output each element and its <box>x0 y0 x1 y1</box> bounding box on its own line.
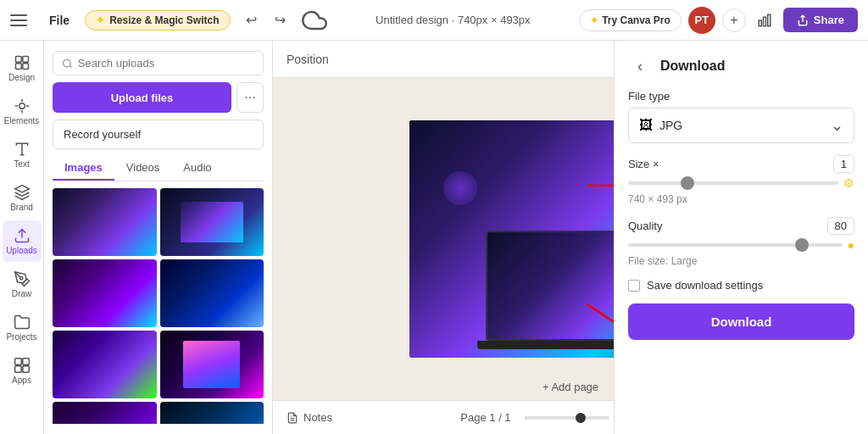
tab-audio[interactable]: Audio <box>171 156 223 181</box>
images-grid <box>53 188 264 424</box>
tab-images[interactable]: Images <box>53 156 114 181</box>
search-input[interactable] <box>78 57 254 70</box>
sidebar-item-design[interactable]: Design <box>3 47 42 89</box>
page-label: Page 1 / 1 <box>460 411 510 424</box>
upload-btn-row: Upload files ··· <box>53 82 264 113</box>
topbar-right: ✦ Try Canva Pro PT + Share <box>579 7 858 34</box>
svg-rect-4 <box>15 57 21 63</box>
analytics-button[interactable] <box>753 8 776 32</box>
apps-icon <box>14 357 31 374</box>
list-item[interactable] <box>160 259 264 327</box>
quality-section: Quality 80 ● File size: Large <box>628 217 854 267</box>
svg-rect-0 <box>759 20 761 26</box>
position-label: Position <box>287 53 329 66</box>
svg-rect-2 <box>768 14 771 26</box>
sidebar-item-text[interactable]: Text <box>3 134 42 175</box>
chevron-down-icon: ⌄ <box>831 116 843 135</box>
zoom-fill <box>525 416 580 420</box>
main-layout: Design Elements Text Brand Uploads Draw … <box>0 41 868 434</box>
list-item[interactable] <box>53 188 157 256</box>
size-value: 1 <box>833 155 854 173</box>
design-icon <box>14 54 31 71</box>
plus-button[interactable]: + <box>722 8 746 32</box>
list-item[interactable] <box>160 331 264 398</box>
try-canva-pro-button[interactable]: ✦ Try Canva Pro <box>579 9 682 31</box>
uploads-icon <box>14 227 31 244</box>
list-item[interactable] <box>160 188 264 256</box>
file-menu[interactable]: File <box>42 10 76 31</box>
size-track <box>628 181 838 185</box>
list-item[interactable] <box>53 259 157 327</box>
undo-button[interactable]: ↩ <box>239 8 264 33</box>
size-info-icon: ⚙ <box>843 176 854 190</box>
cloud-icon <box>302 8 327 33</box>
list-item[interactable] <box>53 331 157 398</box>
back-button[interactable]: ‹ <box>628 54 652 78</box>
star-icon: ✦ <box>96 14 104 26</box>
svg-rect-12 <box>22 359 29 365</box>
svg-rect-5 <box>22 57 28 63</box>
avatar[interactable]: PT <box>688 7 715 34</box>
share-icon <box>797 14 809 26</box>
save-settings-checkbox[interactable] <box>628 280 640 292</box>
size-thumb <box>681 176 694 190</box>
svg-rect-7 <box>22 64 28 70</box>
save-settings-label: Save download settings <box>647 279 763 292</box>
tab-videos[interactable]: Videos <box>114 156 172 181</box>
text-icon <box>14 141 31 158</box>
svg-rect-1 <box>763 17 765 26</box>
svg-rect-6 <box>15 64 21 70</box>
svg-rect-11 <box>14 359 21 365</box>
svg-point-8 <box>19 103 25 109</box>
file-type-value: JPG <box>659 119 824 132</box>
quality-value: 80 <box>827 217 854 235</box>
bar-chart-icon <box>757 13 772 28</box>
sidebar-item-uploads[interactable]: Uploads <box>3 220 42 262</box>
sidebar-item-projects[interactable]: Projects <box>3 307 42 348</box>
quality-info-icon: ● <box>848 238 854 252</box>
file-type-label: File type <box>628 90 854 103</box>
uploads-panel: Upload files ··· Record yourself Images … <box>44 41 273 434</box>
menu-button[interactable] <box>10 8 34 32</box>
notes-button[interactable]: Notes <box>287 411 332 424</box>
sidebar-item-elements[interactable]: Elements <box>3 91 42 132</box>
draw-icon <box>14 270 31 287</box>
add-page-button[interactable]: + Add page <box>542 381 598 393</box>
redo-button[interactable]: ↪ <box>268 8 293 33</box>
list-item[interactable] <box>53 402 157 424</box>
record-yourself-button[interactable]: Record yourself <box>53 120 264 149</box>
star-icon: ✦ <box>590 14 598 26</box>
quality-label: Quality <box>628 220 662 232</box>
upload-files-button[interactable]: Upload files <box>53 82 231 113</box>
search-icon <box>62 58 73 70</box>
topbar: File ✦ Resize & Magic Switch ↩ ↪ Untitle… <box>0 0 868 41</box>
sidebar-item-draw[interactable]: Draw <box>3 264 42 305</box>
filesize-label: File size: Large <box>628 255 697 267</box>
resize-magic-switch-button[interactable]: ✦ Resize & Magic Switch <box>85 10 230 31</box>
cloud-save-button[interactable] <box>302 8 327 33</box>
brand-icon <box>14 184 31 201</box>
list-item[interactable] <box>160 402 264 424</box>
svg-line-16 <box>70 65 71 67</box>
jpg-icon: 🖼 <box>639 118 653 133</box>
icon-nav: Design Elements Text Brand Uploads Draw … <box>0 41 44 434</box>
search-bar[interactable] <box>53 51 264 75</box>
sidebar-item-apps[interactable]: Apps <box>3 350 42 392</box>
download-panel: ‹ Download File type 🖼 JPG ⌄ Size × 1 <box>614 41 868 434</box>
filesize-row: File size: Large <box>628 255 854 267</box>
px-info: 740 × 493 px <box>628 193 854 205</box>
design-title: Untitled design · 740px × 493px <box>336 14 571 26</box>
undo-redo-group: ↩ ↪ <box>239 8 293 33</box>
svg-point-10 <box>19 277 22 280</box>
canvas-area: Position + Add <box>273 41 868 434</box>
upload-more-button[interactable]: ··· <box>236 82 264 113</box>
quality-track <box>628 243 843 247</box>
zoom-track <box>525 416 609 420</box>
file-type-dropdown[interactable]: 🖼 JPG ⌄ <box>628 108 854 143</box>
download-button[interactable]: Download <box>628 303 854 340</box>
sidebar-item-brand[interactable]: Brand <box>3 177 42 219</box>
tabs-row: Images Videos Audio <box>53 156 264 181</box>
share-button[interactable]: Share <box>783 8 858 32</box>
svg-rect-14 <box>22 366 29 373</box>
file-type-section: File type 🖼 JPG ⌄ <box>628 90 854 143</box>
